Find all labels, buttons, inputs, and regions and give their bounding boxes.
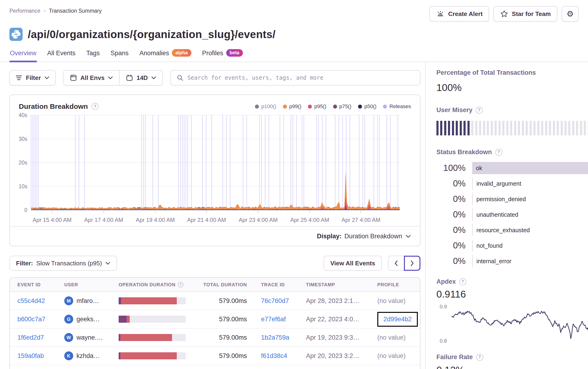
total-transactions-section: Percentage of Total Transactions 100% xyxy=(436,69,588,93)
svg-text:30s: 30s xyxy=(19,136,27,142)
chevron-down-icon xyxy=(108,76,113,80)
misery-tick-filled xyxy=(436,121,439,135)
filter-dropdown[interactable]: Filter xyxy=(10,70,55,86)
trace-id-link[interactable]: 76c760d7 xyxy=(261,297,289,304)
help-icon[interactable]: ? xyxy=(92,103,99,110)
misery-tick-empty xyxy=(494,121,497,135)
tab-label: All Events xyxy=(47,50,75,57)
profile-link[interactable]: 2d99e4b2 xyxy=(383,316,412,323)
create-alert-label: Create Alert xyxy=(448,10,483,18)
misery-tick-empty xyxy=(510,121,512,135)
legend-item-p100[interactable]: p100() xyxy=(255,103,276,110)
duration-breakdown-card: Duration Breakdown ? p100()p99()p95()p75… xyxy=(10,94,420,246)
help-icon[interactable]: ? xyxy=(459,278,466,285)
total-duration: 579.00ms xyxy=(199,352,261,359)
total-duration: 579.00ms xyxy=(199,297,261,305)
legend-item-p75[interactable]: p75() xyxy=(333,103,351,110)
event-id-link[interactable]: c55c4d42 xyxy=(17,297,45,304)
breadcrumb-performance[interactable]: Performance xyxy=(10,8,41,14)
legend-item-p95[interactable]: p95() xyxy=(308,103,326,110)
column-label: EVENT ID xyxy=(17,282,41,288)
legend-item-Releases[interactable]: Releases xyxy=(383,103,411,110)
trace-id-link[interactable]: f61d38c4 xyxy=(261,352,287,359)
user-misery-section: User Misery ? xyxy=(436,107,588,135)
page-title: /api/0/organizations/{organization_slug}… xyxy=(28,28,275,41)
status-bar: ok xyxy=(472,162,588,174)
legend-item-p50[interactable]: p50() xyxy=(358,103,376,110)
settings-button[interactable]: ⚙ xyxy=(562,6,578,22)
transactions-filter-value: Slow Transactions (p95) xyxy=(36,260,102,267)
view-all-events-label: View All Events xyxy=(330,260,375,267)
pagination xyxy=(388,256,420,271)
legend-item-p99[interactable]: p99() xyxy=(283,103,301,110)
status-row-resource_exhausted: 0%resource_exhausted xyxy=(436,224,588,236)
legend-dot-icon xyxy=(358,105,362,109)
legend-label: p99() xyxy=(289,103,301,110)
total-duration: 579.00ms xyxy=(199,334,261,341)
column-header-trace-id: TRACE ID xyxy=(261,282,306,288)
display-selector[interactable]: Duration Breakdown xyxy=(344,233,411,240)
next-page-button[interactable] xyxy=(404,256,420,271)
status-label: resource_exhausted xyxy=(476,227,530,234)
svg-text:0: 0 xyxy=(24,207,27,213)
misery-tick-empty xyxy=(537,121,539,135)
status-label: ok xyxy=(476,165,482,171)
svg-text:Apr 27 4:00 AM: Apr 27 4:00 AM xyxy=(342,217,380,223)
python-platform-icon xyxy=(10,28,23,41)
tab-profiles[interactable]: Profilesbeta xyxy=(202,48,243,61)
chevron-down-icon xyxy=(405,235,411,238)
chart-legend: p100()p99()p95()p75()p50()Releases xyxy=(255,103,411,110)
misery-tick-empty xyxy=(545,121,547,135)
help-icon[interactable]: ? xyxy=(476,354,483,361)
view-all-events-button[interactable]: View All Events xyxy=(324,256,382,271)
misery-tick-empty xyxy=(533,121,536,135)
search-input[interactable] xyxy=(187,74,414,81)
misery-tick-filled xyxy=(444,121,446,135)
misery-tick-empty xyxy=(576,121,578,135)
status-row-permission_denied: 0%permission_denied xyxy=(436,193,588,205)
date-range-selector[interactable]: 14D xyxy=(120,70,162,85)
trace-id-link[interactable]: 1b2a759a xyxy=(261,334,289,341)
help-icon[interactable]: ? xyxy=(476,107,483,114)
chevron-right-icon xyxy=(410,260,415,267)
misery-tick-empty xyxy=(541,121,543,135)
transactions-filter-dropdown[interactable]: Filter: Slow Transactions (p95) xyxy=(10,256,117,271)
column-label: TIMESTAMP xyxy=(306,282,335,288)
tab-tags[interactable]: Tags xyxy=(86,48,100,61)
timestamp: Apr 28, 2023 2:1… xyxy=(306,297,377,305)
tab-overview[interactable]: Overview xyxy=(10,48,37,61)
event-id-link[interactable]: b600c7a7 xyxy=(17,316,45,323)
svg-text:0.9: 0.9 xyxy=(440,304,447,309)
create-alert-button[interactable]: Create Alert xyxy=(429,6,489,22)
user-misery-bar xyxy=(436,121,588,135)
misery-tick-empty xyxy=(553,121,555,135)
previous-page-button[interactable] xyxy=(388,256,404,271)
trace-id-link[interactable]: e77ef6af xyxy=(261,316,286,323)
misery-tick-filled xyxy=(440,121,442,135)
timestamp: Apr 19, 2023 9:3… xyxy=(306,334,377,341)
event-id-link[interactable]: 159a0fab xyxy=(17,352,44,359)
profile-no-value: (no value) xyxy=(377,297,406,304)
tab-spans[interactable]: Spans xyxy=(110,48,129,61)
user-name: mfaro… xyxy=(76,297,99,305)
environment-selector[interactable]: All Envs xyxy=(63,70,119,85)
star-for-team-button[interactable]: Star for Team xyxy=(493,6,557,22)
column-header-profile: PROFILE xyxy=(377,282,420,288)
column-header-user: USER xyxy=(64,282,119,288)
misery-tick-empty xyxy=(514,121,516,135)
status-percent: 0% xyxy=(436,256,472,266)
tab-anomalies[interactable]: Anomaliesalpha xyxy=(139,48,192,61)
display-label: Display: xyxy=(317,233,342,240)
search-box xyxy=(170,70,420,86)
help-icon[interactable]: ? xyxy=(178,282,183,288)
tab-all-events[interactable]: All Events xyxy=(47,48,76,61)
help-icon[interactable]: ? xyxy=(495,149,502,156)
calendar-icon xyxy=(126,74,133,81)
misery-tick-empty xyxy=(471,121,473,135)
event-id-link[interactable]: 1f6ed2d7 xyxy=(17,334,44,341)
table-row: c5647d81Mmarvin…579.00ms73aae81fApr 24, … xyxy=(10,365,420,369)
table-row: b600c7a7Ggeeks…579.00mse77ef6afApr 22, 2… xyxy=(10,310,420,329)
misery-tick-filled xyxy=(460,121,462,135)
misery-tick-empty xyxy=(491,121,493,135)
failure-rate-section: Failure Rate ? 0.12% xyxy=(436,353,588,369)
